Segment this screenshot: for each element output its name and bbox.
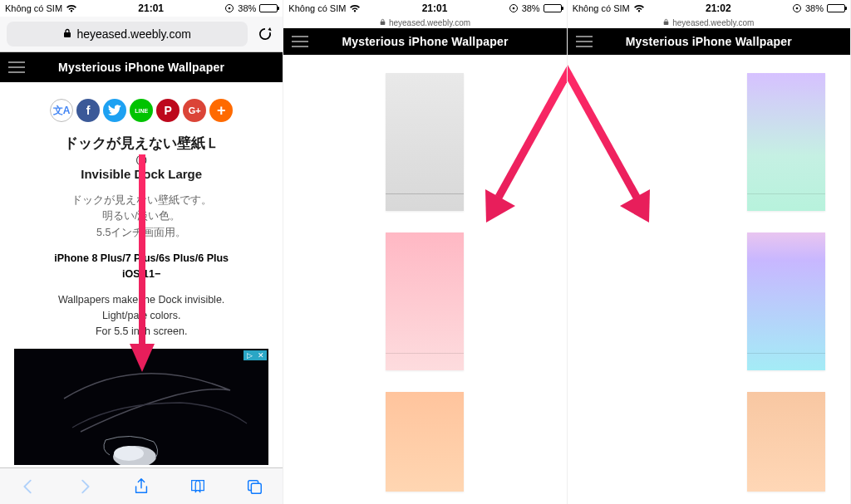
- svg-rect-11: [381, 21, 386, 24]
- status-right: 38%: [792, 3, 845, 13]
- facebook-icon[interactable]: f: [76, 99, 100, 122]
- site-title: Mysterious iPhone Wallpaper: [0, 61, 283, 74]
- tabs-button[interactable]: [244, 477, 264, 497]
- status-bar: Không có SIM 21:01 38%: [0, 0, 283, 17]
- status-left: Không có SIM: [5, 3, 77, 13]
- screen-1: Không có SIM 21:01 38% heyeased.weebly.c…: [0, 0, 283, 504]
- status-left: Không có SIM: [288, 3, 361, 13]
- line-icon[interactable]: LINE: [130, 99, 153, 122]
- location-icon: [224, 3, 234, 13]
- title-jp: ドックが見えない壁紙Ｌ: [10, 134, 273, 153]
- hamburger-icon[interactable]: [292, 36, 308, 47]
- bookmarks-button[interactable]: [188, 477, 208, 497]
- url-text: heyeased.weebly.com: [389, 18, 470, 27]
- screen-2: Không có SIM 21:01 38% heyeased.weebly.c…: [283, 0, 567, 504]
- svg-point-1: [229, 7, 231, 10]
- safari-address-bar: heyeased.weebly.com: [0, 17, 283, 52]
- location-icon: [509, 3, 519, 13]
- social-row: 文A f LINE P G+ +: [10, 99, 273, 122]
- wallpaper-list: [568, 55, 850, 492]
- battery-icon: [544, 4, 562, 12]
- title-en: Invisible Dock Large: [10, 167, 273, 181]
- share-button[interactable]: [131, 477, 151, 497]
- lock-icon: [63, 27, 71, 41]
- desc-en: Wallpapers make the Dock invisible. Ligh…: [10, 292, 273, 340]
- share-icon[interactable]: +: [209, 99, 233, 122]
- status-left: Không có SIM: [573, 3, 645, 13]
- svg-rect-2: [64, 32, 71, 37]
- wallpaper-thumb-gray[interactable]: [386, 73, 464, 211]
- status-right: 38%: [224, 3, 278, 13]
- battery-percent: 38%: [522, 3, 540, 13]
- carrier-text: Không có SIM: [288, 3, 346, 13]
- reload-button[interactable]: [254, 23, 276, 45]
- desc-jp-3: 5.5インチ画面用。: [10, 225, 273, 241]
- status-time: 21:02: [706, 2, 731, 14]
- screen-3: Không có SIM 21:02 38% heyeased.weebly.c…: [568, 0, 851, 504]
- desc-en-1: Wallpapers make the Dock invisible.: [10, 292, 273, 308]
- desc-jp-2: 明るい/淡い色。: [10, 208, 273, 224]
- battery-percent: 38%: [238, 3, 256, 13]
- status-time: 21:01: [138, 2, 164, 14]
- lock-icon: [663, 18, 669, 27]
- mini-address-bar[interactable]: heyeased.weebly.com: [568, 17, 850, 28]
- battery-icon: [827, 4, 845, 12]
- pinterest-icon[interactable]: P: [156, 99, 180, 122]
- subtitle: (1): [10, 154, 273, 164]
- desc-jp: ドックが見えない壁紙です。 明るい/淡い色。 5.5インチ画面用。: [10, 193, 273, 241]
- device-line2: iOS 11−: [10, 267, 273, 282]
- desc-en-3: For 5.5 inch screen.: [10, 324, 273, 340]
- carrier-text: Không có SIM: [5, 3, 62, 13]
- location-icon: [792, 3, 802, 13]
- url-text: heyeased.weebly.com: [672, 18, 754, 27]
- safari-toolbar: [0, 467, 283, 504]
- wifi-icon: [633, 4, 645, 12]
- status-bar: Không có SIM 21:02 38%: [568, 0, 850, 17]
- device-info: iPhone 8 Plus/7 Plus/6s Plus/6 Plus iOS …: [10, 251, 273, 282]
- site-header: Mysterious iPhone Wallpaper: [568, 28, 850, 55]
- carrier-text: Không có SIM: [573, 3, 630, 13]
- wallpaper-thumb-orange[interactable]: [386, 392, 464, 492]
- status-right: 38%: [509, 3, 562, 13]
- wallpaper-thumb-pink[interactable]: [386, 232, 464, 370]
- device-line1: iPhone 8 Plus/7 Plus/6s Plus/6 Plus: [10, 251, 273, 267]
- svg-point-10: [512, 7, 514, 10]
- svg-point-4: [114, 446, 144, 461]
- back-button[interactable]: [18, 477, 38, 497]
- svg-point-15: [796, 7, 799, 10]
- forward-button[interactable]: [75, 477, 95, 497]
- status-bar: Không có SIM 21:01 38%: [283, 0, 566, 17]
- car-illustration: [14, 349, 268, 465]
- wifi-icon: [66, 4, 77, 12]
- site-header: Mysterious iPhone Wallpaper: [283, 28, 566, 55]
- wallpaper-thumb-cyan[interactable]: [747, 232, 825, 370]
- site-title: Mysterious iPhone Wallpaper: [568, 35, 850, 48]
- twitter-icon[interactable]: [103, 99, 126, 122]
- svg-rect-8: [252, 483, 262, 493]
- wallpaper-list: [283, 55, 566, 492]
- status-time: 21:01: [422, 2, 448, 14]
- ad-banner[interactable]: ▷ ✕: [14, 349, 268, 465]
- googleplus-icon[interactable]: G+: [183, 99, 206, 122]
- url-field[interactable]: heyeased.weebly.com: [7, 22, 248, 46]
- lock-icon: [380, 18, 386, 27]
- site-title: Mysterious iPhone Wallpaper: [283, 35, 566, 48]
- page-content: 文A f LINE P G+ + ドックが見えない壁紙Ｌ (1) Invisib…: [0, 82, 283, 465]
- desc-en-2: Light/pale colors.: [10, 308, 273, 324]
- url-text: heyeased.weebly.com: [76, 27, 190, 41]
- wallpaper-thumb-mint[interactable]: [747, 73, 825, 211]
- wifi-icon: [349, 4, 361, 12]
- translate-icon[interactable]: 文A: [50, 99, 73, 122]
- battery-icon: [259, 4, 278, 12]
- hamburger-icon[interactable]: [8, 61, 25, 73]
- battery-percent: 38%: [805, 3, 824, 13]
- site-header: Mysterious iPhone Wallpaper: [0, 52, 283, 82]
- wallpaper-thumb-peach[interactable]: [747, 392, 825, 492]
- desc-jp-1: ドックが見えない壁紙です。: [10, 193, 273, 208]
- mini-address-bar[interactable]: heyeased.weebly.com: [283, 17, 566, 28]
- svg-rect-16: [664, 21, 669, 24]
- hamburger-icon[interactable]: [576, 36, 593, 47]
